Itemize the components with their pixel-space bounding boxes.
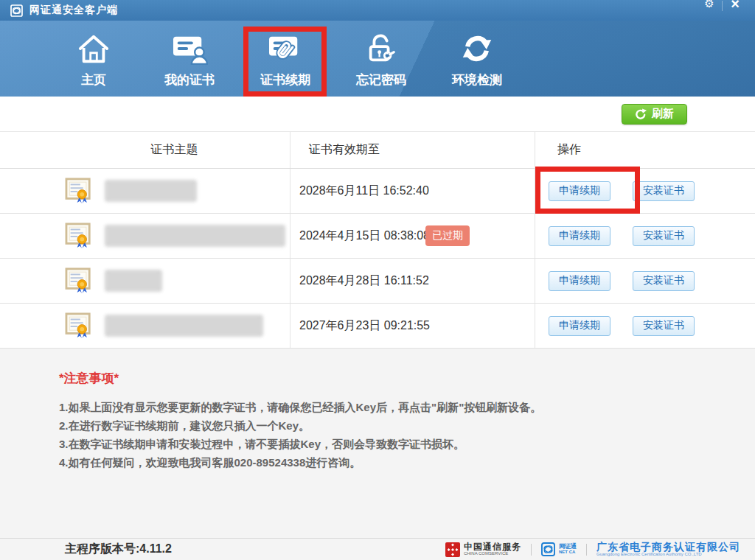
refresh-arrows-icon [461,32,493,65]
operation-cell: 申请续期 安装证书 [535,304,755,348]
renew-button[interactable]: 申请续期 [549,271,610,291]
china-comservice-icon [445,542,460,557]
status-bar: 主程序版本号:4.11.2 中国通信服务 CHINA COMSERVICE [0,538,755,560]
lock-wrench-icon [364,32,398,65]
nav-label-home: 主页 [81,71,106,88]
netca-cn-text: 网证通 [559,544,577,550]
nav-item-forgot-password[interactable]: 忘记密码 [333,21,429,97]
logo-separator [586,544,587,556]
certificate-renewal-icon [267,32,304,65]
redacted-subject [105,180,197,202]
install-certificate-button[interactable]: 安装证书 [633,316,695,336]
install-certificate-button[interactable]: 安装证书 [633,271,695,291]
netca-logo: 网证通 NET CA [541,542,577,556]
nav-label-certificate-renewal: 证书续期 [260,71,310,88]
nav-label-environment-check: 环境检测 [452,71,502,88]
operation-cell: 申请续期 安装证书 [535,169,755,213]
certificate-icon [65,178,93,204]
footer-logos: 中国通信服务 CHINA COMSERVICE 网证通 NET CA 广东省电子… [445,542,740,557]
version-label: 主程序版本号:4.11.2 [65,542,172,557]
comservice-cn-text: 中国通信服务 [464,542,521,551]
certificate-table-section: 刷新 证书主题 证书有效期至 操作 2028年6月11日 16:52: [0,97,755,349]
gdca-cn-text: 广东省电子商务认证有限公司 [596,542,740,552]
comservice-en-text: CHINA COMSERVICE [464,551,521,556]
valid-until-text: 2024年4月15日 08:38:08 [299,228,430,244]
notes-section: *注意事项* 1.如果上面没有显示您要更新的数字证书，请确保您已经插入Key后，… [0,349,755,538]
netca-icon [541,542,555,556]
home-icon [77,32,111,65]
certificate-icon [65,267,93,294]
toolbar: 刷新 [0,97,755,132]
valid-until-cell: 2028年6月11日 16:52:40 [290,169,535,213]
header-valid-until: 证书有效期至 [290,132,535,168]
certificate-icon [65,223,93,249]
install-certificate-button[interactable]: 安装证书 [633,181,695,201]
close-icon[interactable]: × [723,0,748,10]
notes-title: *注意事项* [59,370,726,387]
certificate-icon [65,312,93,339]
header-certificate-subject: 证书主题 [0,132,290,168]
redacted-subject [105,315,263,337]
install-certificate-button[interactable]: 安装证书 [633,226,695,246]
table-row: 2024年4月15日 08:38:08 已过期 申请续期 安装证书 [0,214,755,259]
netca-en-text: NET CA [559,550,577,555]
title-bar: 网证通安全客户端 ⚙ × [0,0,755,21]
operation-cell: 申请续期 安装证书 [535,259,755,303]
valid-until-cell: 2028年4月28日 16:11:52 [290,259,535,303]
gdca-en-text: Guangdong Electronic Certification Autho… [596,552,740,557]
note-line: 4.如有任何疑问，欢迎致电我司客服020-89524338进行咨询。 [59,453,726,472]
note-line: 3.在数字证书续期申请和安装过程中，请不要插拔Key，否则会导致数字证书损坏。 [59,435,726,453]
table-row: 2028年6月11日 16:52:40 申请续期 安装证书 [0,169,755,214]
app-logo-icon [10,4,23,17]
main-navigation: 主页 我的证书 证书续期 [0,21,755,97]
nav-item-environment-check[interactable]: 环境检测 [429,21,525,97]
renew-button[interactable]: 申请续期 [549,226,610,246]
certificate-card-person-icon [171,32,208,65]
certificate-subject-cell [0,304,290,348]
valid-until-cell: 2027年6月23日 09:21:55 [290,304,535,348]
expired-badge: 已过期 [425,225,470,246]
refresh-button-label: 刷新 [652,107,674,121]
table-row: 2027年6月23日 09:21:55 申请续期 安装证书 [0,304,755,349]
refresh-button[interactable]: 刷新 [622,104,687,125]
certificate-subject-cell [0,259,290,303]
table-header-row: 证书主题 证书有效期至 操作 [0,132,755,169]
note-line: 1.如果上面没有显示您要更新的数字证书，请确保您已经插入Key后，再点击"刷新"… [59,398,726,416]
nav-item-certificate-renewal[interactable]: 证书续期 [237,21,333,97]
settings-gear-icon[interactable]: ⚙ [697,0,722,10]
nav-label-my-certificates: 我的证书 [164,71,215,88]
certificate-subject-cell [0,169,290,213]
valid-until-cell: 2024年4月15日 08:38:08 已过期 [290,214,535,258]
operation-cell: 申请续期 安装证书 [535,214,755,258]
app-window: 网证通安全客户端 ⚙ × 主页 我的证书 [0,0,755,560]
gdca-logo: 广东省电子商务认证有限公司 Guangdong Electronic Certi… [596,542,740,557]
nav-item-home[interactable]: 主页 [46,21,142,97]
app-title: 网证通安全客户端 [29,4,118,17]
nav-item-my-certificates[interactable]: 我的证书 [142,21,237,97]
renew-button[interactable]: 申请续期 [549,316,610,336]
note-line: 2.在进行数字证书续期前，建议您只插入一个Key。 [59,416,726,435]
table-row: 2028年4月28日 16:11:52 申请续期 安装证书 [0,259,755,304]
china-comservice-logo: 中国通信服务 CHINA COMSERVICE [445,542,521,557]
redacted-subject [105,270,162,292]
nav-label-forgot-password: 忘记密码 [356,71,406,88]
header-operation: 操作 [535,132,755,168]
logo-separator [531,544,532,556]
refresh-icon [635,108,647,120]
renew-button[interactable]: 申请续期 [549,181,610,201]
redacted-subject [105,225,285,247]
certificate-subject-cell [0,214,290,258]
